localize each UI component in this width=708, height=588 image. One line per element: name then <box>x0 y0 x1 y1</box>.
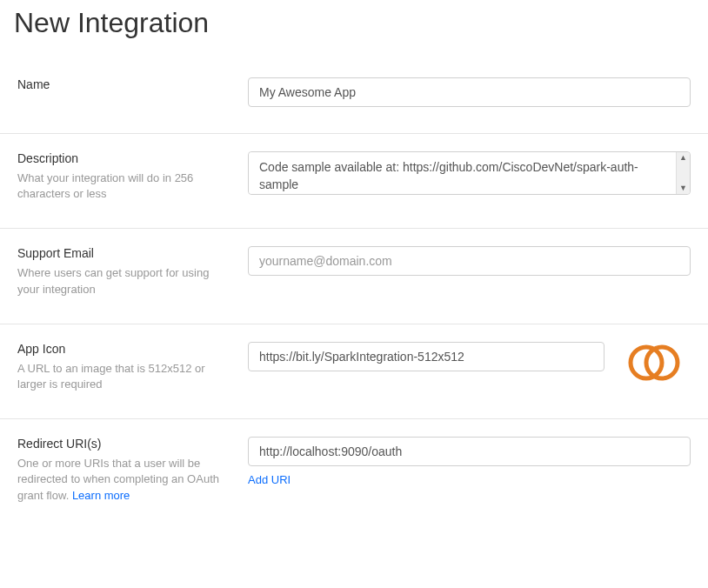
app-icon-input[interactable] <box>248 342 604 371</box>
rings-icon <box>622 342 685 384</box>
redirect-uri-input[interactable] <box>248 437 691 466</box>
section-redirect-uris: Redirect URI(s) One or more URIs that a … <box>0 418 708 530</box>
redirect-uris-label: Redirect URI(s) <box>17 437 230 451</box>
app-icon-hint: A URL to an image that is 512x512 or lar… <box>17 361 230 392</box>
learn-more-link[interactable]: Learn more <box>72 489 130 502</box>
description-label: Description <box>17 151 230 165</box>
description-hint: What your integration will do in 256 cha… <box>17 170 230 202</box>
section-name: Name <box>0 60 708 133</box>
section-description: Description What your integration will d… <box>0 133 708 228</box>
description-scrollbar[interactable]: ▲ ▼ <box>676 152 690 194</box>
page-title: New Integration <box>0 0 708 60</box>
description-input[interactable] <box>249 152 676 194</box>
support-email-input[interactable] <box>248 246 691 276</box>
name-label: Name <box>17 77 230 91</box>
section-support-email: Support Email Where users can get suppor… <box>0 228 708 323</box>
add-uri-link[interactable]: Add URI <box>248 473 291 486</box>
app-icon-label: App Icon <box>17 342 230 356</box>
name-input[interactable] <box>248 77 691 107</box>
scroll-up-icon[interactable]: ▲ <box>679 154 687 162</box>
support-email-label: Support Email <box>17 246 230 260</box>
app-icon-preview <box>622 342 685 384</box>
redirect-uris-hint: One or more URIs that a user will be red… <box>17 456 230 504</box>
scroll-down-icon[interactable]: ▼ <box>679 184 687 192</box>
section-app-icon: App Icon A URL to an image that is 512x5… <box>0 324 708 418</box>
support-email-hint: Where users can get support for using yo… <box>17 265 230 297</box>
